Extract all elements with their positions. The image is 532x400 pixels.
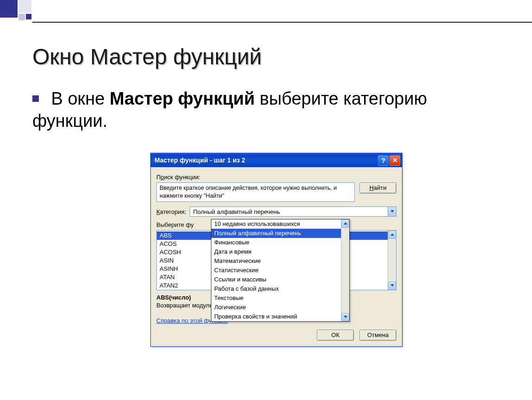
category-value: Полный алфавитный перечень	[190, 208, 388, 215]
scroll-up-icon[interactable]	[388, 231, 396, 239]
cancel-button[interactable]: Отмена	[359, 330, 396, 341]
dropdown-item[interactable]: 10 недавно использовавшихся	[211, 219, 341, 229]
dropdown-item[interactable]: Статистические	[211, 266, 341, 275]
search-label: Поиск функции:	[156, 174, 396, 181]
body-bold: Мастер функций	[110, 89, 255, 108]
dropdown-item[interactable]: Логические	[211, 303, 341, 312]
dropdown-item[interactable]: Ссылки и массивы	[211, 275, 341, 284]
function-wizard-dialog: Мастер функций - шаг 1 из 2 ? ✕ Поиск фу…	[150, 153, 402, 347]
category-combo[interactable]: Полный алфавитный перечень	[190, 206, 396, 217]
body-prefix: В окне	[51, 89, 110, 108]
dropdown-item[interactable]: Дата и время	[211, 247, 341, 256]
dropdown-item[interactable]: Финансовые	[211, 238, 341, 247]
dropdown-scrollbar[interactable]	[341, 219, 349, 321]
ok-button[interactable]: ОК	[317, 330, 354, 341]
close-button[interactable]: ✕	[390, 155, 400, 166]
chevron-down-icon[interactable]	[388, 207, 396, 216]
dropdown-item[interactable]: Проверка свойств и значений	[211, 312, 341, 321]
slide-decoration	[0, 0, 93, 32]
function-list-scrollbar[interactable]	[388, 231, 396, 290]
bullet-icon	[32, 95, 39, 102]
category-label: Категория:	[156, 208, 186, 215]
help-button[interactable]: ?	[378, 155, 389, 166]
dropdown-item[interactable]: Полный алфавитный перечень	[211, 229, 341, 238]
svg-marker-3	[344, 222, 347, 225]
svg-marker-2	[390, 284, 394, 287]
svg-marker-4	[344, 316, 347, 318]
slide-body: В окне Мастер функций выберите категорию…	[32, 88, 495, 132]
search-input[interactable]: Введите краткое описание действия, котор…	[156, 182, 355, 202]
find-button[interactable]: Найти	[359, 182, 396, 194]
svg-marker-0	[390, 210, 394, 212]
dropdown-item[interactable]: Текстовые	[211, 294, 341, 303]
dialog-titlebar[interactable]: Мастер функций - шаг 1 из 2 ? ✕	[151, 153, 402, 167]
category-dropdown[interactable]: 10 недавно использовавшихсяПолный алфави…	[211, 219, 350, 322]
scroll-up-icon[interactable]	[341, 219, 349, 228]
slide-rule	[32, 22, 532, 23]
dropdown-item[interactable]: Математические	[211, 256, 341, 266]
slide-title: Окно Мастер функций	[32, 44, 262, 69]
scroll-down-icon[interactable]	[341, 313, 349, 321]
svg-marker-1	[390, 233, 394, 236]
dialog-title: Мастер функций - шаг 1 из 2	[155, 156, 377, 164]
dropdown-item[interactable]: Работа с базой данных	[211, 284, 341, 294]
scroll-down-icon[interactable]	[388, 281, 396, 290]
